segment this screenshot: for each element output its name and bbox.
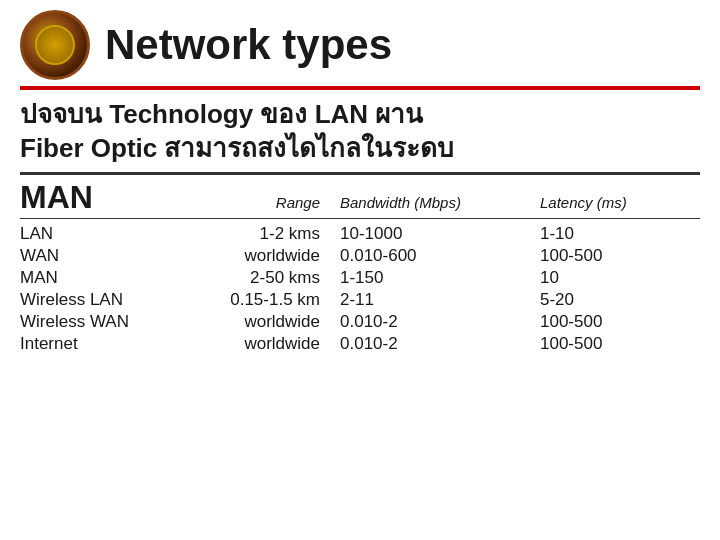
row-range: 0.15-1.5 km (180, 290, 340, 310)
row-type: Wireless WAN (20, 312, 180, 332)
col-latency-header: Latency (ms) (540, 194, 700, 211)
data-rows: LAN 1-2 kms 10-1000 1-10 WAN worldwide 0… (20, 223, 700, 355)
row-bandwidth: 0.010-2 (340, 312, 540, 332)
table-header-row: MAN Range Bandwidth (Mbps) Latency (ms) (20, 177, 700, 219)
page-title: Network types (105, 21, 392, 69)
row-bandwidth: 2-11 (340, 290, 540, 310)
row-range: 1-2 kms (180, 224, 340, 244)
row-bandwidth: 0.010-600 (340, 246, 540, 266)
logo-inner (35, 25, 75, 65)
row-bandwidth: 10-1000 (340, 224, 540, 244)
row-range: 2-50 kms (180, 268, 340, 288)
table-row: Internet worldwide 0.010-2 100-500 (20, 333, 700, 355)
row-latency: 10 (540, 268, 700, 288)
table-top-rule (20, 172, 700, 175)
row-type: WAN (20, 246, 180, 266)
row-bandwidth: 1-150 (340, 268, 540, 288)
table-row: Wireless LAN 0.15-1.5 km 2-11 5-20 (20, 289, 700, 311)
table-row: LAN 1-2 kms 10-1000 1-10 (20, 223, 700, 245)
row-type: LAN (20, 224, 180, 244)
row-bandwidth: 0.010-2 (340, 334, 540, 354)
subtitle-line1: ปจจบน Technology ของ LAN ผาน (20, 98, 700, 132)
table-row: MAN 2-50 kms 1-150 10 (20, 267, 700, 289)
row-type: Internet (20, 334, 180, 354)
subtitle-line2: Fiber Optic สามารถสงไดไกลในระดบ (20, 132, 700, 166)
row-latency: 5-20 (540, 290, 700, 310)
network-table: MAN Range Bandwidth (Mbps) Latency (ms) … (20, 172, 700, 355)
row-type: MAN (20, 268, 180, 288)
row-latency: 100-500 (540, 312, 700, 332)
main-content: ปจจบน Technology ของ LAN ผาน Fiber Optic… (0, 90, 720, 365)
col-range-header: Range (180, 194, 340, 211)
row-latency: 100-500 (540, 246, 700, 266)
row-latency: 100-500 (540, 334, 700, 354)
table-container: MAN Range Bandwidth (Mbps) Latency (ms) … (20, 172, 700, 355)
header: Network types (0, 0, 720, 86)
row-latency: 1-10 (540, 224, 700, 244)
col-type-header: MAN (20, 179, 180, 216)
table-row: Wireless WAN worldwide 0.010-2 100-500 (20, 311, 700, 333)
row-type: Wireless LAN (20, 290, 180, 310)
row-range: worldwide (180, 246, 340, 266)
table-row: WAN worldwide 0.010-600 100-500 (20, 245, 700, 267)
subtitle: ปจจบน Technology ของ LAN ผาน Fiber Optic… (20, 98, 700, 166)
row-range: worldwide (180, 334, 340, 354)
col-bandwidth-header: Bandwidth (Mbps) (340, 194, 540, 211)
row-range: worldwide (180, 312, 340, 332)
university-logo (20, 10, 90, 80)
